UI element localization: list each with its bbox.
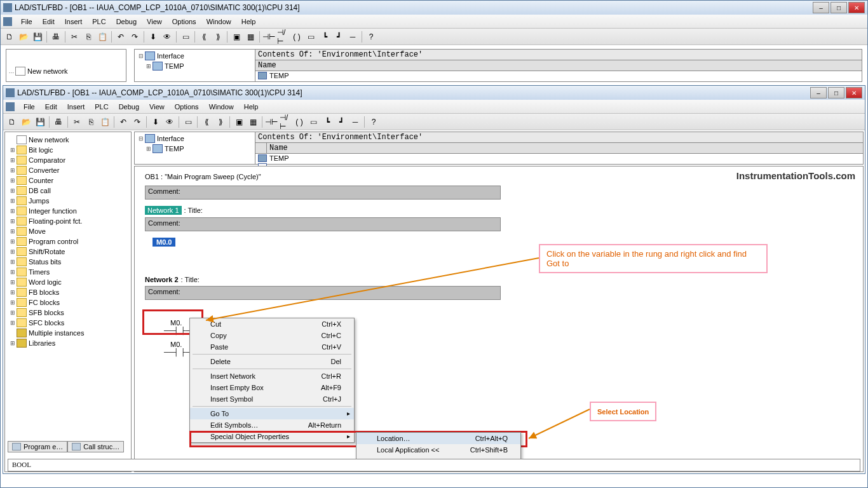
sidebar-item-converter[interactable]: Converter [29, 166, 59, 174]
menu-options[interactable]: Options [167, 17, 201, 27]
contact-open-icon[interactable]: ⊣⊢ [265, 116, 278, 128]
network-1-label[interactable]: Network 1 [145, 206, 182, 215]
monitor-icon[interactable]: 👁 [163, 116, 176, 128]
menu-view[interactable]: View [142, 17, 167, 27]
sidebar-item-comparator[interactable]: Comparator [29, 156, 65, 164]
goto-prev-icon[interactable]: ⟪ [198, 30, 210, 43]
download-icon[interactable]: ⬇ [149, 116, 162, 128]
menu-file[interactable]: File [18, 102, 40, 112]
ctx-delete[interactable]: DeleteDel [190, 356, 354, 367]
download-icon[interactable]: ⬇ [147, 30, 159, 43]
sidebar-item-shift[interactable]: Shift/Rotate [29, 248, 65, 255]
ctx-insert-network[interactable]: Insert NetworkCtrl+R [190, 370, 354, 382]
menu-file[interactable]: File [16, 17, 37, 27]
menu-options[interactable]: Options [170, 102, 204, 112]
ctx-edit-symbols[interactable]: Edit Symbols…Alt+Return [190, 419, 354, 431]
view1-icon[interactable]: ▣ [233, 116, 245, 128]
undo-icon[interactable]: ↶ [117, 116, 130, 128]
block-icon[interactable]: ▭ [179, 30, 192, 43]
menu-window[interactable]: Window [204, 102, 239, 112]
sidebar-item-fc[interactable]: FC blocks [29, 299, 60, 306]
sidebar-item-status[interactable]: Status bits [29, 258, 61, 266]
sidebar-item-fb[interactable]: FB blocks [29, 288, 59, 296]
sidebar-item-move[interactable]: Move [29, 227, 46, 235]
monitor-icon[interactable]: 👁 [161, 30, 173, 43]
undo-icon[interactable]: ↶ [114, 30, 127, 43]
menu-window[interactable]: Window [201, 17, 236, 27]
connection-icon[interactable]: ─ [346, 30, 359, 43]
sidebar-item-sfc[interactable]: SFC blocks [29, 319, 64, 327]
cut-icon[interactable]: ✂ [68, 30, 81, 43]
ctx-insert-box[interactable]: Insert Empty BoxAlt+F9 [190, 382, 354, 393]
new-icon[interactable]: 🗋 [3, 30, 16, 43]
menu-plc[interactable]: PLC [87, 17, 111, 27]
comment-box[interactable]: Comment: [145, 186, 501, 200]
sidebar-item-prog-ctrl[interactable]: Program control [29, 238, 78, 245]
ctx-insert-symbol[interactable]: Insert SymbolCtrl+J [190, 393, 354, 405]
sidebar-item-multi[interactable]: Multiple instances [29, 329, 84, 337]
menu-view[interactable]: View [144, 102, 170, 112]
menu-edit[interactable]: Edit [37, 17, 60, 27]
goto-next-icon[interactable]: ⟫ [214, 116, 227, 128]
view2-icon[interactable]: ▦ [247, 116, 259, 128]
menu-insert[interactable]: Insert [62, 102, 90, 112]
close-button[interactable] [846, 87, 862, 98]
branch-open-icon[interactable]: ┗ [321, 116, 334, 128]
print-icon[interactable]: 🖶 [52, 116, 65, 128]
help-icon[interactable]: ? [367, 116, 380, 128]
copy-icon[interactable]: ⎘ [85, 116, 97, 128]
box-icon[interactable]: ▭ [307, 116, 320, 128]
branch-close-icon[interactable]: ┛ [335, 116, 348, 128]
table-row[interactable]: TEMP [255, 154, 863, 163]
coil-icon[interactable]: ( ) [290, 30, 303, 43]
connection-icon[interactable]: ─ [349, 116, 362, 128]
maximize-button[interactable] [828, 87, 844, 98]
menu-help[interactable]: Help [239, 102, 264, 112]
paste-icon[interactable]: 📋 [98, 116, 111, 128]
menu-debug[interactable]: Debug [114, 102, 144, 112]
contact-closed-icon[interactable]: ⊣/⊢ [276, 30, 289, 43]
minimize-button[interactable] [813, 2, 829, 13]
menu-edit[interactable]: Edit [40, 102, 62, 112]
copy-icon[interactable]: ⎘ [82, 30, 95, 43]
table-row[interactable]: TEMP [255, 71, 862, 80]
tab-callstruct[interactable]: Call struc… [67, 441, 124, 452]
cut-icon[interactable]: ✂ [71, 116, 83, 128]
sidebar-item-new-network[interactable]: New network [29, 136, 69, 144]
box-icon[interactable]: ▭ [304, 30, 317, 43]
redo-icon[interactable]: ↷ [128, 30, 141, 43]
sidebar-item-jumps[interactable]: Jumps [29, 197, 49, 205]
sidebar-item-integer[interactable]: Integer function [29, 207, 77, 215]
view2-icon[interactable]: ▦ [244, 30, 257, 43]
minimize-button[interactable] [810, 87, 827, 98]
redo-icon[interactable]: ↷ [131, 116, 144, 128]
goto-prev-icon[interactable]: ⟪ [200, 116, 213, 128]
goto-next-icon[interactable]: ⟫ [212, 30, 224, 43]
menu-insert[interactable]: Insert [60, 17, 88, 27]
sidebar-item-float[interactable]: Floating-point fct. [29, 217, 82, 225]
sidebar-item-timers[interactable]: Timers [29, 268, 50, 276]
maximize-button[interactable] [831, 2, 847, 13]
ctx-cut[interactable]: CutCtrl+X [190, 318, 354, 330]
save-icon[interactable]: 💾 [31, 30, 44, 43]
new-icon[interactable]: 🗋 [6, 116, 18, 128]
view1-icon[interactable]: ▣ [230, 30, 243, 43]
contact-closed-icon[interactable]: ⊣/⊢ [279, 116, 292, 128]
open-icon[interactable]: 📂 [20, 116, 32, 128]
help-icon[interactable]: ? [365, 30, 377, 43]
branch-close-icon[interactable]: ┛ [332, 30, 345, 43]
sidebar-item-counter[interactable]: Counter [29, 177, 53, 184]
contact-open-icon[interactable]: ⊣⊢ [262, 30, 275, 43]
close-button[interactable] [848, 2, 865, 13]
open-icon[interactable]: 📂 [17, 30, 30, 43]
network-2-label[interactable]: Network 2: Title: [145, 276, 853, 283]
sidebar-item-sfb[interactable]: SFB blocks [29, 309, 64, 316]
branch-open-icon[interactable]: ┗ [318, 30, 331, 43]
coil-icon[interactable]: ( ) [293, 116, 306, 128]
variable-m00[interactable]: M0.0 [153, 238, 175, 247]
tab-program[interactable]: Program e… [8, 441, 67, 452]
ctx-goto[interactable]: Go To [190, 408, 354, 419]
sidebar-item-word[interactable]: Word logic [29, 278, 62, 286]
sidebar-item-dbcall[interactable]: DB call [29, 187, 51, 194]
sidebar-item-bit-logic[interactable]: Bit logic [29, 146, 53, 154]
